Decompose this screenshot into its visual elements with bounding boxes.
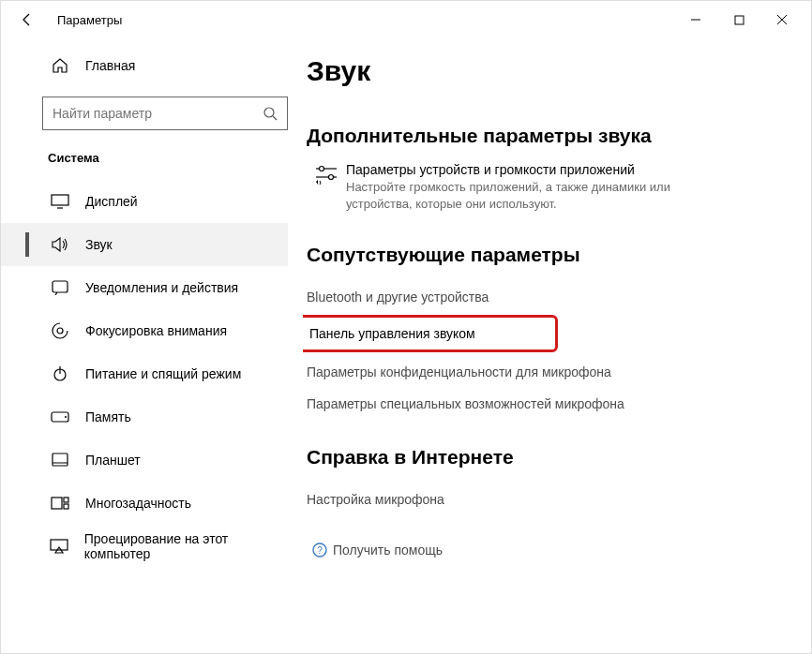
svg-point-19 bbox=[320, 167, 324, 171]
projecting-icon bbox=[48, 539, 71, 554]
window-title: Параметры bbox=[57, 13, 122, 27]
arrow-left-icon bbox=[20, 12, 35, 27]
close-button[interactable] bbox=[760, 5, 804, 35]
sound-icon bbox=[48, 237, 72, 252]
nav-item-projecting[interactable]: Проецирование на этот компьютер bbox=[1, 525, 288, 568]
get-help-row[interactable]: ? Получить помощь bbox=[307, 534, 792, 566]
app-volume-title: Параметры устройств и громкости приложен… bbox=[346, 162, 684, 177]
nav-item-label: Проецирование на этот компьютер bbox=[84, 531, 288, 561]
tablet-icon bbox=[48, 453, 72, 468]
svg-point-11 bbox=[65, 416, 67, 418]
nav-item-notifications[interactable]: Уведомления и действия bbox=[1, 266, 288, 309]
svg-rect-1 bbox=[735, 16, 744, 24]
nav-item-label: Уведомления и действия bbox=[85, 280, 238, 295]
nav-item-label: Звук bbox=[85, 237, 113, 252]
minimize-button[interactable] bbox=[674, 5, 717, 35]
close-icon bbox=[776, 14, 788, 25]
maximize-icon bbox=[734, 15, 744, 25]
display-icon bbox=[48, 194, 72, 209]
home-icon bbox=[48, 57, 72, 74]
search-box[interactable] bbox=[42, 97, 288, 130]
sidebar: Главная Система Дисплей Звук Уведомления… bbox=[1, 38, 303, 653]
app-volume-row[interactable]: Параметры устройств и громкости приложен… bbox=[307, 162, 792, 212]
maximize-button[interactable] bbox=[717, 5, 760, 35]
link-mic-accessibility[interactable]: Параметры специальных возможностей микро… bbox=[307, 388, 792, 420]
nav-home-label: Главная bbox=[85, 58, 135, 73]
notifications-icon bbox=[48, 280, 72, 295]
nav-item-display[interactable]: Дисплей bbox=[1, 180, 288, 223]
sliders-icon bbox=[307, 162, 346, 185]
svg-text:?: ? bbox=[317, 545, 323, 556]
svg-rect-12 bbox=[53, 453, 68, 466]
help-link-mic-setup[interactable]: Настройка микрофона bbox=[307, 483, 792, 515]
svg-line-3 bbox=[273, 116, 277, 120]
storage-icon bbox=[48, 411, 72, 423]
get-help-label: Получить помощь bbox=[333, 543, 443, 557]
nav-home[interactable]: Главная bbox=[1, 48, 288, 83]
multitasking-icon bbox=[48, 497, 72, 510]
svg-point-7 bbox=[57, 328, 63, 334]
nav-item-label: Память bbox=[85, 409, 131, 424]
link-bluetooth[interactable]: Bluetooth и другие устройства bbox=[307, 281, 792, 313]
svg-rect-16 bbox=[64, 504, 68, 509]
advanced-header: Дополнительные параметры звука bbox=[307, 125, 792, 147]
page-title: Звук bbox=[307, 55, 792, 87]
svg-rect-6 bbox=[53, 281, 68, 292]
main-area: Звук Дополнительные параметры звука Пара… bbox=[303, 38, 811, 653]
svg-rect-17 bbox=[51, 540, 68, 550]
nav-item-label: Планшет bbox=[85, 453, 141, 468]
nav-item-power[interactable]: Питание и спящий режим bbox=[1, 352, 288, 395]
nav-item-label: Многозадачность bbox=[85, 496, 191, 511]
focus-icon bbox=[48, 322, 72, 339]
link-mic-privacy[interactable]: Параметры конфиденциальности для микрофо… bbox=[307, 356, 792, 388]
svg-rect-4 bbox=[52, 195, 68, 205]
app-volume-desc: Настройте громкость приложений, а также … bbox=[346, 179, 684, 212]
power-icon bbox=[48, 365, 72, 382]
svg-point-2 bbox=[264, 108, 274, 117]
nav-item-tablet[interactable]: Планшет bbox=[1, 438, 288, 482]
nav-item-sound[interactable]: Звук bbox=[1, 223, 288, 266]
help-icon: ? bbox=[307, 542, 333, 558]
back-button[interactable] bbox=[8, 1, 46, 38]
search-icon bbox=[263, 106, 278, 121]
minimize-icon bbox=[690, 14, 701, 25]
related-header: Сопутствующие параметры bbox=[307, 244, 792, 266]
window-controls bbox=[674, 5, 804, 35]
search-input[interactable] bbox=[53, 106, 263, 121]
nav-item-multitasking[interactable]: Многозадачность bbox=[1, 482, 288, 525]
nav-item-label: Дисплей bbox=[85, 194, 138, 209]
titlebar: Параметры bbox=[1, 1, 811, 38]
svg-rect-15 bbox=[64, 498, 68, 502]
link-sound-control-panel[interactable]: Панель управления звуком bbox=[303, 315, 558, 352]
help-header: Справка в Интернете bbox=[307, 446, 792, 468]
svg-point-21 bbox=[329, 175, 334, 180]
nav-item-storage[interactable]: Память bbox=[1, 395, 288, 438]
nav-item-label: Питание и спящий режим bbox=[85, 366, 241, 381]
nav-item-focus[interactable]: Фокусировка внимания bbox=[1, 309, 288, 352]
category-header: Система bbox=[1, 147, 288, 180]
nav-item-label: Фокусировка внимания bbox=[85, 323, 227, 338]
svg-rect-14 bbox=[52, 498, 62, 509]
